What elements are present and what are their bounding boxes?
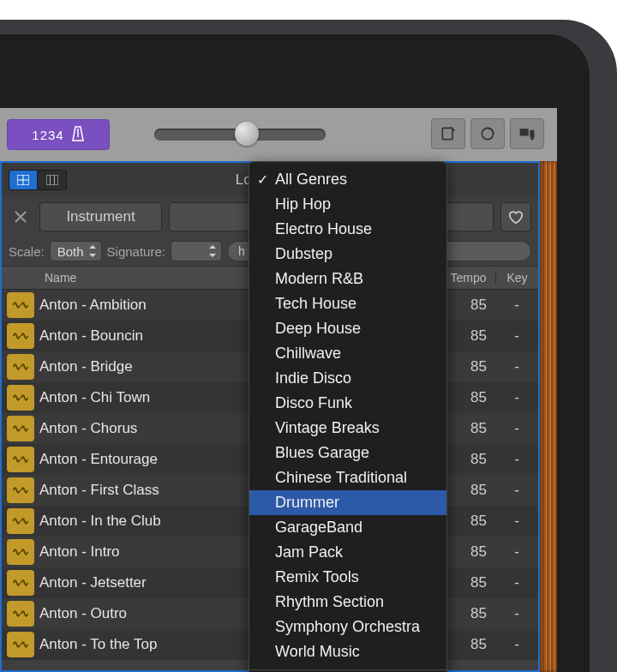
loop-key: - <box>495 513 538 530</box>
loop-tempo: 85 <box>440 636 495 653</box>
app-screen: 1234 <box>0 108 557 672</box>
menu-item[interactable]: Indie Disco <box>249 366 446 391</box>
view-mode-button-grid[interactable] <box>9 170 38 190</box>
menu-item[interactable]: All Genres <box>249 167 446 192</box>
apple-loop-icon <box>7 292 34 318</box>
menu-item[interactable]: Drummer <box>249 490 446 515</box>
apple-loop-icon <box>7 601 34 627</box>
apple-loop-icon <box>7 447 34 472</box>
clear-filters-button[interactable] <box>9 205 33 229</box>
lcd-beat-text: 1234 <box>32 128 63 142</box>
loop-tempo: 85 <box>440 358 495 375</box>
menu-item[interactable]: Deep House <box>249 316 446 341</box>
menu-item[interactable]: Disco Funk <box>249 391 446 416</box>
scale-label: Scale: <box>9 244 45 259</box>
scale-select[interactable]: Both <box>50 241 102 261</box>
loop-browser-button[interactable] <box>470 118 505 149</box>
loop-key: - <box>495 327 538 345</box>
menu-item[interactable]: Remix Tools <box>249 565 446 590</box>
apple-loop-icon <box>7 354 34 380</box>
loop-key: - <box>495 358 538 375</box>
loop-tempo: 85 <box>440 605 495 622</box>
loop-key: - <box>495 605 538 622</box>
menu-item[interactable]: Chillwave <box>249 341 446 366</box>
apple-loop-icon <box>7 416 34 441</box>
notepad-button[interactable] <box>431 118 465 149</box>
loop-tempo: 85 <box>440 543 495 561</box>
loop-key: - <box>495 543 538 561</box>
apple-loop-icon <box>7 508 34 534</box>
menu-item[interactable]: Dubstep <box>249 242 446 267</box>
menu-item[interactable]: World Music <box>249 639 446 664</box>
menu-item[interactable]: Jam Pack <box>249 540 446 565</box>
loop-key: - <box>495 389 538 406</box>
apple-loop-icon <box>7 570 34 596</box>
menu-item[interactable]: Vintage Breaks <box>249 416 446 441</box>
apple-loop-icon <box>7 539 34 565</box>
column-header-tempo[interactable]: Tempo <box>440 271 495 285</box>
menu-item[interactable]: Chinese Traditional <box>249 465 446 490</box>
search-input-value: h <box>238 244 245 258</box>
loop-tempo: 85 <box>440 389 495 406</box>
menu-item[interactable]: Tech House <box>249 291 446 316</box>
loop-tempo: 85 <box>440 297 495 314</box>
column-header-key[interactable]: Key <box>495 271 538 285</box>
favorites-tab[interactable] <box>500 202 531 231</box>
apple-loop-icon <box>7 385 34 411</box>
menu-item[interactable]: Rhythm Section <box>249 590 446 615</box>
svg-rect-2 <box>520 129 529 135</box>
loop-tempo: 85 <box>440 327 495 345</box>
scale-select-value: Both <box>57 244 84 259</box>
loop-tempo: 85 <box>440 513 495 530</box>
svg-rect-7 <box>46 175 58 185</box>
zoom-slider-knob[interactable] <box>235 122 259 146</box>
transport-toolbar: 1234 <box>0 108 557 161</box>
apple-loop-icon <box>7 632 34 657</box>
loop-key: - <box>495 636 538 653</box>
media-browser-button[interactable] <box>510 118 544 149</box>
apple-loop-icon <box>7 477 34 503</box>
menu-item[interactable]: Electro House <box>249 217 446 242</box>
loop-key: - <box>495 420 538 437</box>
view-mode-button-columns[interactable] <box>38 170 67 190</box>
signature-label: Signature: <box>107 244 165 259</box>
zoom-slider[interactable] <box>154 129 326 141</box>
svg-rect-0 <box>442 128 452 139</box>
lcd-display[interactable]: 1234 <box>7 119 110 150</box>
menu-item[interactable]: Hip Hop <box>249 192 446 217</box>
loop-tempo: 85 <box>440 482 495 499</box>
menu-item[interactable]: Blues Garage <box>249 441 446 465</box>
loop-key: - <box>495 482 538 499</box>
loop-key: - <box>495 451 538 468</box>
loop-key: - <box>495 574 538 591</box>
menu-item[interactable]: GarageBand <box>249 515 446 540</box>
loop-tempo: 85 <box>440 574 495 591</box>
apple-loop-icon <box>7 323 34 349</box>
wood-trim <box>540 161 557 672</box>
metronome-icon <box>71 126 85 144</box>
menu-item[interactable]: Symphony Orchestra <box>249 615 446 639</box>
menu-separator <box>249 669 446 670</box>
loop-key: - <box>495 297 538 314</box>
signature-select[interactable] <box>171 241 222 261</box>
category-tab-instrument[interactable]: Instrument <box>39 202 162 231</box>
genre-dropdown-menu: All GenresHip HopElectro HouseDubstepMod… <box>249 161 447 672</box>
menu-item[interactable]: Modern R&B <box>249 267 446 291</box>
loop-tempo: 85 <box>440 420 495 437</box>
loop-tempo: 85 <box>440 451 495 468</box>
